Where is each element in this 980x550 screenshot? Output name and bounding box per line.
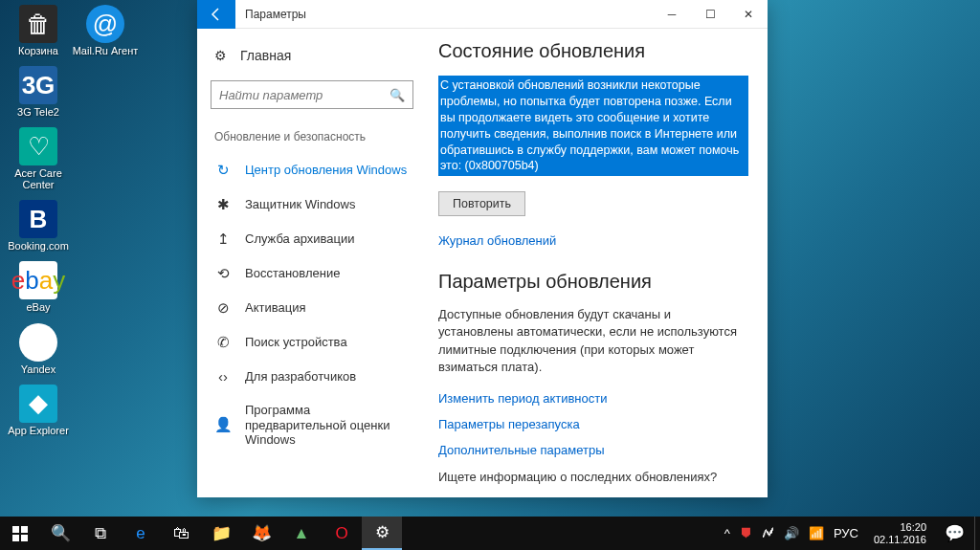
tray-wifi-icon[interactable]: 📶 (809, 526, 824, 540)
update-history-link[interactable]: Журнал обновлений (438, 233, 748, 248)
tray-security-icon[interactable]: ⛊ (740, 526, 752, 540)
tray-language[interactable]: РУС (834, 526, 858, 540)
taskbar-firefox[interactable]: 🦊 (241, 517, 281, 550)
maximize-button[interactable]: ☐ (691, 0, 729, 29)
nav-windows-update[interactable]: ↻ Центр обновления Windows (197, 153, 427, 187)
app-icon: ♡ (19, 127, 57, 165)
search-icon: 🔍 (390, 88, 405, 102)
code-icon: ‹› (214, 368, 232, 385)
content-pane: Состояние обновления С установкой обновл… (427, 29, 768, 497)
desktop-icon-label: Acer Care Center (5, 167, 72, 190)
nav-label: Восстановление (245, 266, 340, 281)
person-icon: 👤 (214, 416, 232, 433)
taskbar-opera[interactable]: O (322, 517, 362, 550)
taskbar-clock[interactable]: 16:20 02.11.2016 (866, 517, 934, 550)
store-icon: 🛍 (173, 524, 189, 543)
notification-icon: 💬 (945, 523, 965, 543)
taskbar-edge[interactable]: e (121, 517, 161, 550)
search-input[interactable] (219, 88, 390, 102)
settings-window: Параметры ─ ☐ ✕ ⚙ Главная 🔍 Обновление и… (197, 0, 768, 497)
gear-icon: ⚙ (375, 522, 390, 542)
desktop-icon-label: App Explorer (8, 425, 69, 436)
svg-rect-3 (21, 535, 28, 541)
task-view-button[interactable]: ⧉ (80, 517, 121, 550)
nav-recovery[interactable]: ⟲ Восстановление (197, 256, 427, 291)
search-box[interactable]: 🔍 (211, 80, 413, 109)
search-icon: 🔍 (51, 523, 71, 543)
desktop-icons-col1: 🗑 Корзина 3G 3G Tele2 ♡ Acer Care Center… (0, 0, 191, 441)
change-active-hours-link[interactable]: Изменить период активности (438, 391, 748, 406)
desktop-icon-app-explorer[interactable]: ◆ App Explorer (5, 385, 72, 436)
tray-chevron-up-icon[interactable]: ^ (724, 526, 730, 540)
app-icon: 3G (19, 66, 57, 104)
tray-volume-icon[interactable]: 🔊 (784, 526, 799, 540)
desktop-icon-label: Mail.Ru Агент (73, 45, 139, 56)
history-icon: ⟲ (214, 265, 232, 282)
settings-body: ⚙ Главная 🔍 Обновление и безопасность ↻ … (197, 29, 768, 497)
app-icon: ◆ (19, 385, 57, 423)
update-status-heading: Состояние обновления (438, 40, 748, 62)
desktop-icon-label: eBay (26, 301, 50, 313)
location-icon: ✆ (214, 334, 232, 351)
app-icon: ebay (19, 261, 57, 299)
looking-info-text: Ищете информацию о последних обновлениях… (438, 469, 748, 486)
titlebar: Параметры ─ ☐ ✕ (197, 0, 768, 29)
nav-insider[interactable]: 👤 Программа предварительной оценки Windo… (197, 394, 427, 456)
nav-label: Центр обновления Windows (245, 163, 407, 178)
app-icon: Я (19, 323, 57, 362)
gear-icon: ⚙ (214, 48, 227, 63)
taskbar-adguard[interactable]: ▲ (281, 517, 322, 550)
show-desktop-button[interactable] (974, 517, 980, 550)
nav-developers[interactable]: ‹› Для разработчиков (197, 360, 427, 394)
taskbar-store[interactable]: 🛍 (161, 517, 201, 550)
folder-icon: 📁 (212, 523, 232, 543)
desktop-icon-yandex[interactable]: Я Yandex (5, 323, 72, 375)
recycle-bin-icon: 🗑 (19, 5, 57, 43)
update-error-message[interactable]: С установкой обновлений возникли некотор… (438, 76, 748, 176)
minimize-button[interactable]: ─ (653, 0, 691, 29)
shield-icon: ✱ (214, 196, 232, 213)
edge-icon: e (136, 524, 145, 543)
retry-button[interactable]: Повторить (438, 191, 525, 216)
system-tray: ^ ⛊ 🗲 🔊 📶 РУС (717, 517, 866, 550)
sync-icon: ↻ (214, 162, 232, 179)
nav-label: Для разработчиков (245, 369, 356, 385)
taskbar-settings[interactable]: ⚙ (362, 517, 402, 550)
nav-label: Защитник Windows (245, 197, 355, 212)
restart-options-link[interactable]: Параметры перезапуска (438, 417, 748, 431)
desktop-icon-mailru[interactable]: @ Mail.Ru Агент (72, 5, 139, 56)
backup-icon: ↥ (214, 231, 232, 248)
desktop-icon-3g-tele2[interactable]: 3G 3G Tele2 (5, 66, 72, 118)
taskbar: 🔍 ⧉ e 🛍 📁 🦊 ▲ O ⚙ ^ ⛊ 🗲 🔊 📶 РУС 16:20 02… (0, 517, 980, 550)
desktop-icon-label: Booking.com (8, 240, 69, 252)
tray-battery-icon[interactable]: 🗲 (762, 526, 774, 540)
desktop-icon-ebay[interactable]: ebay eBay (5, 261, 72, 313)
back-button[interactable] (197, 0, 235, 29)
taskbar-explorer[interactable]: 📁 (201, 517, 241, 550)
desktop-icon-label: Корзина (18, 45, 58, 56)
close-button[interactable]: ✕ (729, 0, 768, 29)
nav-find-device[interactable]: ✆ Поиск устройства (197, 325, 427, 360)
desktop-icons-col2: @ Mail.Ru Агент (72, 5, 139, 56)
desktop-icon-acer-care[interactable]: ♡ Acer Care Center (5, 127, 72, 190)
nav-defender[interactable]: ✱ Защитник Windows (197, 187, 427, 222)
nav-backup[interactable]: ↥ Служба архивации (197, 222, 427, 256)
nav-label: Поиск устройства (245, 335, 347, 350)
action-center-button[interactable]: 💬 (934, 517, 974, 550)
search-button[interactable]: 🔍 (40, 517, 80, 550)
firefox-icon: 🦊 (252, 523, 272, 543)
desktop-icon-recycle-bin[interactable]: 🗑 Корзина (5, 5, 72, 56)
nav-label: Служба архивации (245, 231, 355, 247)
sidebar: ⚙ Главная 🔍 Обновление и безопасность ↻ … (197, 29, 427, 497)
key-icon: ⊘ (214, 299, 232, 317)
advanced-options-link[interactable]: Дополнительные параметры (438, 443, 748, 457)
desktop-icon-booking[interactable]: B Booking.com (5, 200, 72, 252)
clock-time: 16:20 (900, 521, 926, 533)
nav-activation[interactable]: ⊘ Активация (197, 291, 427, 325)
sidebar-home[interactable]: ⚙ Главная (197, 40, 427, 71)
home-label: Главная (240, 48, 291, 63)
nav-label: Программа предварительной оценки Windows (245, 403, 410, 448)
start-button[interactable] (0, 517, 40, 550)
svg-rect-2 (12, 535, 19, 541)
app-icon: @ (86, 5, 124, 43)
